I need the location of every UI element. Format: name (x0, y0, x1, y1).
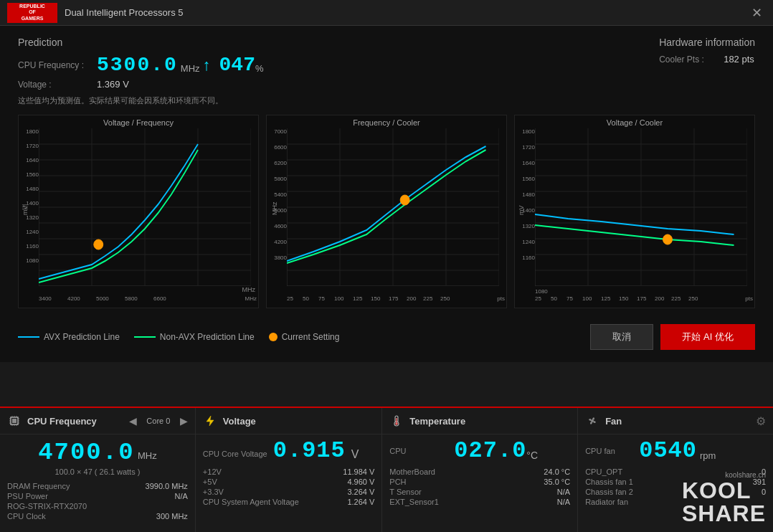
koolshare-text: KOOLSHARE (682, 479, 766, 525)
cpu-nav-text: Core 0 (141, 417, 176, 425)
psu-power-value: N/A (175, 492, 188, 500)
hw-info-section: Hardware information Cooler Pts : 182 pt… (659, 37, 755, 90)
voltage-value: 1.369 V (97, 79, 129, 90)
disclaimer-text: 这些值均为预测值。实际结果可能会因系统和环境而不同。 (18, 95, 755, 106)
voltage-main-label: CPU Core Voltage (203, 450, 267, 458)
tsensor-label: T Sensor (389, 488, 421, 496)
temp-panel-title: Temperature (409, 416, 465, 427)
cpu-temp-unit: °C (526, 450, 538, 464)
psu-power-row: PSU Power N/A (7, 491, 188, 501)
fan-panel-header: Fan ⚙ (578, 408, 773, 434)
dram-freq-row: DRAM Frequency 3990.0 MHz (7, 481, 188, 491)
cpu-fan-label: CPU fan (585, 447, 639, 455)
cpu-freq-value: 5300.0 (97, 54, 178, 76)
mb-temp-row: MotherBoard 24.0 °C (389, 467, 570, 477)
pch-temp-label: PCH (389, 478, 406, 486)
cpu-panel: CPU Frequency ◀ Core 0 ▶ 4700.0 MHz 100.… (0, 408, 196, 532)
voltage-big-value: 0.915 (273, 437, 346, 464)
legend-buttons-row: AVX Prediction Line Non-AVX Prediction L… (18, 315, 755, 358)
cpu-opt-label: CPU_OPT (585, 467, 622, 476)
cpu-nav-right[interactable]: ▶ (180, 415, 188, 427)
cpu-freq-label: CPU Frequency : (18, 60, 97, 70)
voltage-frequency-chart: Voltage / Frequency mV MHz (18, 115, 259, 308)
temp-panel-header: Temperature (382, 408, 577, 434)
cpu-fan-row: CPU fan 0540 rpm (578, 434, 773, 465)
cpu-icon (7, 414, 22, 428)
dram-freq-value: 3990.0 MHz (146, 482, 188, 490)
prediction-section: Prediction CPU Frequency : 5300.0 MHz ↑ … (18, 37, 755, 90)
legend-avx: AVX Prediction Line (18, 332, 120, 342)
avx-line-indicator (18, 336, 39, 338)
voltage-big-unit: V (351, 448, 359, 464)
start-ai-button[interactable]: 开始 AI 优化 (660, 324, 755, 350)
nonavx-line-indicator (134, 336, 156, 338)
cpu-rows: DRAM Frequency 3990.0 MHz PSU Power N/A … (0, 480, 195, 523)
chart1-xlabel: MHz (242, 286, 256, 293)
cpu-clock-label: CPU Clock (7, 512, 46, 521)
cpu-nav[interactable]: ◀ Core 0 ▶ (129, 415, 188, 427)
12v-label: +12V (203, 467, 222, 476)
mb-temp-label: MotherBoard (389, 467, 435, 476)
12v-row: +12V 11.984 V (203, 467, 374, 477)
voltage-cooler-chart: Voltage / Cooler mV (514, 115, 755, 308)
chart2-svg (287, 128, 499, 286)
5v-label: +5V (203, 478, 217, 486)
voltage-icon (203, 414, 217, 428)
close-button[interactable]: ✕ (748, 5, 766, 21)
koolshare-watermark: koolshare.cn KOOLSHARE (682, 471, 766, 525)
title-bar: REPUBLICOFGAMERS Dual Intelligent Proces… (0, 0, 773, 26)
cancel-button[interactable]: 取消 (590, 324, 653, 350)
voltage-row: Voltage : 1.369 V (18, 79, 264, 90)
5v-row: +5V 4.960 V (203, 477, 374, 487)
cpu-panel-header: CPU Frequency ◀ Core 0 ▶ (0, 408, 195, 434)
dram-freq-label: DRAM Frequency (7, 482, 70, 490)
cpu-temp-value: 027.0 (454, 437, 526, 464)
legend-current-label: Current Setting (282, 332, 340, 342)
svg-point-15 (94, 239, 103, 250)
psu-power-label: PSU Power (7, 492, 48, 500)
voltage-rows: +12V 11.984 V +5V 4.960 V +3.3V 3.264 V … (196, 465, 381, 508)
prediction-title: Prediction (18, 37, 264, 48)
chart1-svg (39, 128, 251, 286)
chart3-svg (535, 128, 747, 286)
33v-label: +3.3V (203, 488, 224, 496)
cpu-big-unit: MHz (138, 450, 157, 461)
cooler-pts-value: 182 pts (724, 54, 754, 65)
voltage-panel-header: Voltage (196, 408, 381, 434)
cooler-row: Cooler Pts : 182 pts (659, 54, 755, 65)
legend-current: Current Setting (269, 332, 340, 342)
svg-marker-62 (207, 416, 214, 426)
cpu-temp-row: CPU 027.0 °C (382, 434, 577, 465)
frequency-cooler-chart: Frequency / Cooler MHz (266, 115, 507, 308)
legend-area: AVX Prediction Line Non-AVX Prediction L… (18, 326, 339, 348)
voltage-label: Voltage : (18, 80, 97, 90)
buttons-area: 取消 开始 AI 优化 (590, 318, 755, 356)
svg-point-31 (400, 195, 409, 205)
pch-temp-value: 35.0 °C (544, 478, 570, 486)
33v-row: +3.3V 3.264 V (203, 487, 374, 497)
gpu-label: ROG-STRIX-RTX2070 (7, 502, 87, 510)
cpu-fan-unit: rpm (700, 450, 716, 464)
cpu-sa-value: 1.264 V (347, 498, 374, 506)
svg-rect-49 (12, 419, 16, 423)
legend-nonavx: Non-AVX Prediction Line (134, 332, 255, 342)
cpu-sa-row: CPU System Agent Voltage 1.264 V (203, 497, 374, 507)
sidebar-handle[interactable]: ≡ (22, 201, 28, 214)
legend-avx-label: AVX Prediction Line (44, 332, 120, 342)
svg-point-47 (663, 234, 673, 244)
bottom-bar: CPU Frequency ◀ Core 0 ▶ 4700.0 MHz 100.… (0, 407, 773, 532)
5v-value: 4.960 V (347, 478, 374, 486)
voltage-panel-title: Voltage (223, 416, 256, 427)
hw-info-title: Hardware information (659, 37, 755, 48)
fan-panel: Fan ⚙ CPU fan 0540 rpm CPU_OPT 0 Chassis… (578, 408, 773, 532)
ext-sensor-row: EXT_Sensor1 N/A (389, 497, 570, 507)
legend-nonavx-label: Non-AVX Prediction Line (160, 332, 255, 342)
chassis2-label: Chassis fan 2 (585, 488, 633, 496)
fan-icon (585, 414, 599, 428)
settings-gear-icon[interactable]: ⚙ (756, 414, 766, 428)
temperature-panel: Temperature CPU 027.0 °C MotherBoard 24.… (382, 408, 578, 532)
cpu-nav-left[interactable]: ◀ (129, 415, 137, 427)
cpu-clock-row: CPU Clock 300 MHz (7, 511, 188, 521)
mb-temp-value: 24.0 °C (544, 467, 570, 476)
cpu-sub-info: 100.0 × 47 ( 26.1 watts ) (0, 467, 195, 476)
